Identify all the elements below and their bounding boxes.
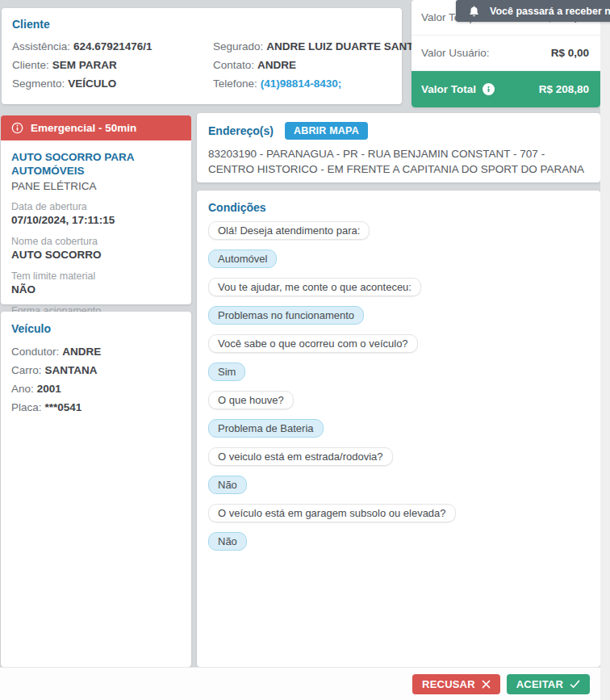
ano-value: 2001 (37, 383, 61, 395)
endereco-card: Endereço(s) ABRIR MAPA 83203190 - PARANA… (197, 113, 600, 182)
telefone-row: Telefone:(41)98814-8430; (213, 74, 391, 93)
chat-message-user: Automóvel (208, 249, 277, 268)
cliente-title: Cliente (12, 18, 391, 31)
contato-value: ANDRE (257, 59, 296, 71)
carro-row: Carro:SANTANA (11, 361, 181, 379)
chat-message-bot: Olá! Deseja atendimento para: (208, 221, 370, 240)
veiculo-card: Veículo Condutor:ANDRE Carro:SANTANA Ano… (1, 312, 191, 667)
cliente-label: Cliente: (12, 59, 49, 71)
cliente-card: Cliente Assistência:624.67921476/1 Clien… (2, 8, 402, 104)
info-circle-icon (11, 122, 23, 134)
cobertura-value: AUTO SOCORRO (11, 248, 181, 262)
data-abertura-value: 07/10/2024, 17:11:15 (11, 213, 181, 227)
chat-message-user: Sim (208, 363, 245, 381)
valor-usuario-label: Valor Usuário: (421, 47, 490, 59)
assistencia-value: 624.67921476/1 (73, 40, 152, 52)
segurado-row: Segurado:ANDRE LUIZ DUARTE SANTANA (213, 37, 391, 56)
telefone-link[interactable]: (41)98814-8430; (261, 78, 342, 90)
service-request-screen: Cliente Assistência:624.67921476/1 Clien… (0, 0, 610, 700)
chat-message-bot: O veiculo está em estrada/rodovia? (208, 447, 393, 466)
service-card: AUTO SOCORRO PARA AUTOMÓVEIS PANE ELÉTRI… (1, 140, 191, 304)
telefone-label: Telefone: (213, 78, 257, 90)
check-icon (570, 680, 580, 689)
valor-usuario-row: Valor Usuário: R$ 0,00 (412, 36, 600, 71)
action-bar: RECUSAR ACEITAR (0, 667, 610, 700)
aceitar-label: ACEITAR (516, 678, 563, 690)
toast-text: Você passará a receber notificaç (490, 6, 610, 17)
chat-transcript: Olá! Deseja atendimento para: Automóvel … (208, 221, 589, 551)
emergency-label: Emergencial - 50min (31, 122, 136, 134)
service-title: AUTO SOCORRO PARA AUTOMÓVEIS (11, 150, 181, 178)
limite-material-pair: Tem limite material NÃO (11, 270, 181, 296)
condicoes-card: Condições Olá! Deseja atendimento para: … (197, 191, 600, 667)
condutor-value: ANDRE (62, 346, 101, 358)
recusar-button[interactable]: RECUSAR (412, 674, 500, 694)
recusar-label: RECUSAR (422, 678, 475, 690)
placa-row: Placa:***0541 (11, 398, 181, 417)
limite-material-label: Tem limite material (11, 270, 181, 283)
chat-message-user: Não (208, 532, 247, 551)
chat-message-bot: Você sabe o que ocorreu com o veículo? (208, 334, 418, 353)
endereco-address: 83203190 - PARANAGUA - PR - RUA BENJAMIN… (208, 146, 589, 177)
info-icon[interactable] (483, 83, 495, 95)
segurado-label: Segurado: (213, 40, 263, 52)
segmento-value: VEÍCULO (68, 78, 116, 90)
assistencia-label: Assistência: (12, 40, 70, 52)
valor-total-row: Valor Total R$ 208,80 (412, 71, 600, 107)
cobertura-label: Nome da cobertura (11, 236, 181, 248)
segmento-row: Segmento:VEÍCULO (12, 74, 202, 93)
ano-row: Ano:2001 (11, 379, 181, 398)
emergency-banner: Emergencial - 50min (1, 115, 191, 140)
segmento-label: Segmento: (12, 78, 65, 90)
chat-message-user: Não (208, 476, 247, 494)
carro-value: SANTANA (45, 364, 98, 376)
notification-toast: Você passará a receber notificaç (456, 0, 610, 22)
abrir-mapa-button[interactable]: ABRIR MAPA (285, 122, 368, 140)
cobertura-pair: Nome da cobertura AUTO SOCORRO (11, 236, 181, 262)
condutor-label: Condutor: (11, 346, 59, 358)
aceitar-button[interactable]: ACEITAR (507, 674, 590, 694)
valor-usuario-value: R$ 0,00 (551, 47, 589, 59)
carro-label: Carro: (11, 364, 42, 376)
ano-label: Ano: (11, 383, 34, 395)
placa-value: ***0541 (45, 401, 82, 413)
bell-icon (469, 6, 479, 17)
assistencia-row: Assistência:624.67921476/1 (12, 37, 202, 56)
valor-total-value: R$ 208,80 (539, 83, 589, 95)
condutor-row: Condutor:ANDRE (11, 342, 181, 361)
chat-message-user: Problemas no funcionamento (208, 306, 364, 325)
scrollbar[interactable] (600, 0, 610, 700)
veiculo-title: Veículo (11, 322, 181, 335)
placa-label: Placa: (11, 401, 42, 413)
close-icon (482, 680, 491, 689)
cliente-row: Cliente:SEM PARAR (12, 56, 202, 74)
chat-message-user: Problema de Bateria (208, 419, 324, 438)
valor-total-label: Valor Total (421, 83, 476, 95)
contato-label: Contato: (213, 59, 254, 71)
condicoes-title: Condições (208, 201, 589, 214)
endereco-title: Endereço(s) (208, 124, 274, 137)
data-abertura-pair: Data de abertura 07/10/2024, 17:11:15 (11, 201, 181, 227)
cliente-value: SEM PARAR (52, 59, 117, 71)
service-subtitle: PANE ELÉTRICA (11, 180, 181, 192)
chat-message-bot: O veículo está em garagem subsolo ou ele… (208, 504, 456, 522)
chat-message-bot: Vou te ajudar, me conte o que aconteceu: (208, 278, 421, 296)
chat-message-bot: O que houve? (208, 391, 294, 409)
limite-material-value: NÃO (11, 283, 181, 296)
data-abertura-label: Data de abertura (11, 201, 181, 213)
contato-row: Contato:ANDRE (213, 56, 391, 74)
